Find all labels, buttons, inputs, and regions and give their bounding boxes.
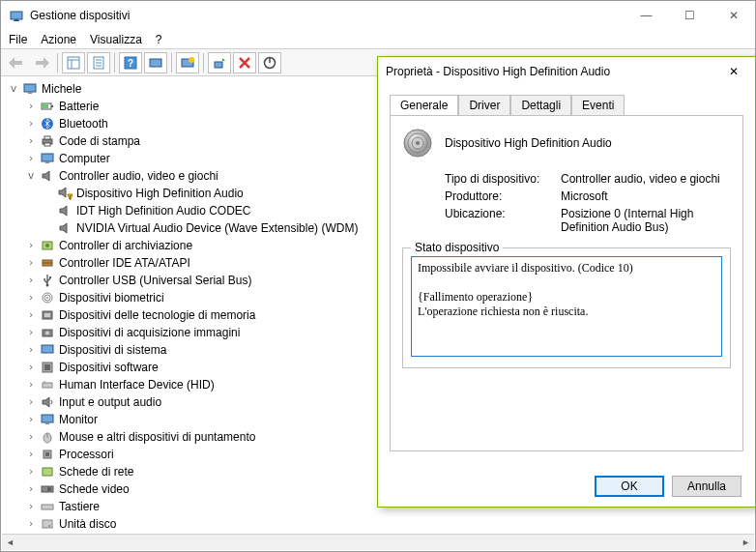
scan-button[interactable] [144,52,167,73]
disable-button[interactable] [233,52,256,73]
svg-rect-15 [215,62,222,68]
svg-point-30 [45,244,49,247]
ubicazione-value: Posizione 0 (Internal High Definition Au… [561,207,731,234]
ubicazione-label: Ubicazione: [445,207,561,234]
svg-rect-54 [43,468,52,476]
scroll-left-button[interactable]: ◄ [2,535,18,550]
horizontal-scrollbar[interactable]: ◄ ► [2,534,754,550]
speaker-icon [57,220,73,236]
svg-rect-40 [44,313,50,317]
update-driver-button[interactable] [176,52,199,73]
scroll-right-button[interactable]: ► [738,535,754,550]
tab-eventi[interactable]: Eventi [571,95,625,116]
status-textbox[interactable] [411,256,722,357]
window-title: Gestione dispositivi [30,9,625,22]
back-button[interactable] [5,52,28,73]
speaker-icon [40,168,55,184]
menubar: File Azione Visualizza ? [1,30,755,49]
tab-generale[interactable]: Generale [390,95,458,116]
svg-rect-43 [42,345,53,353]
minimize-button[interactable]: — [625,1,668,30]
svg-rect-3 [68,57,79,69]
ide-icon [40,255,55,271]
uninstall-button[interactable] [208,52,231,73]
menu-file[interactable]: File [9,33,27,46]
network-icon [40,464,55,479]
printer-icon [40,133,55,149]
tab-dettagli[interactable]: Dettagli [510,95,571,116]
svg-rect-20 [51,105,53,107]
svg-rect-58 [43,520,52,528]
help-button[interactable]: ? [119,52,142,73]
hid-icon [40,377,55,392]
bluetooth-icon [40,116,55,131]
svg-rect-53 [45,452,49,456]
tree-disco[interactable]: ›Unità disco [7,515,755,533]
svg-rect-25 [44,143,50,146]
properties-button[interactable] [87,52,110,73]
device-name: Dispositivo High Definition Audio [445,136,612,150]
ok-button[interactable]: OK [595,476,664,497]
svg-rect-57 [42,505,53,509]
menu-help[interactable]: ? [156,33,162,46]
cpu-icon [40,447,55,462]
produttore-value: Microsoft [561,189,731,203]
svg-rect-24 [44,136,50,139]
software-icon [40,360,55,375]
close-button[interactable]: ✕ [712,1,755,30]
computer-icon [22,81,38,97]
tipo-value: Controller audio, video e giochi [561,172,731,186]
tipo-label: Tipo di dispositivo: [445,172,561,186]
maximize-button[interactable]: ☐ [668,1,712,30]
tab-body: Dispositivo High Definition Audio Tipo d… [390,115,743,451]
forward-button[interactable] [30,52,53,73]
keyboard-icon [40,499,55,514]
svg-rect-0 [11,12,22,19]
disk-icon [40,516,55,532]
dialog-title: Proprietà - Dispositivo High Definition … [386,65,720,78]
svg-rect-45 [44,364,50,370]
speaker-warn-icon: ! [57,186,73,201]
device-large-icon [402,128,433,159]
svg-text:?: ? [128,58,133,69]
svg-point-63 [416,141,420,145]
svg-rect-26 [42,154,53,161]
audio-io-icon [40,394,55,410]
menu-visualizza[interactable]: Visualizza [90,33,142,46]
menu-azione[interactable]: Azione [41,33,76,46]
svg-rect-2 [14,20,19,21]
svg-point-34 [44,278,45,280]
svg-point-14 [189,57,194,63]
svg-point-59 [48,525,50,527]
svg-rect-18 [28,92,32,94]
svg-rect-48 [42,415,53,422]
svg-rect-17 [24,84,36,92]
svg-point-33 [46,284,49,287]
show-hidden-button[interactable] [62,52,85,73]
produttore-label: Produttore: [445,189,561,203]
monitor-icon [40,412,55,427]
fingerprint-icon [40,290,55,305]
tab-driver[interactable]: Driver [458,95,510,116]
usb-icon [40,273,55,288]
svg-rect-12 [150,59,161,67]
svg-rect-21 [43,104,48,108]
dialog-close-button[interactable]: ✕ [720,65,747,78]
properties-dialog: Proprietà - Dispositivo High Definition … [377,56,756,508]
storage-icon [40,238,55,253]
status-legend: Stato dispositivo [411,241,503,254]
svg-rect-35 [49,276,51,278]
devmgr-icon [9,8,24,23]
svg-rect-46 [43,383,52,388]
svg-point-42 [45,332,49,335]
pc-icon [40,151,55,166]
battery-icon [40,99,55,114]
gpu-icon [40,481,55,497]
enable-button[interactable] [258,52,281,73]
cancel-button[interactable]: Annulla [672,476,741,497]
svg-point-38 [46,297,48,299]
dialog-tabs: Generale Driver Dettagli Eventi [378,86,755,115]
svg-rect-49 [45,422,49,424]
system-icon [40,342,55,358]
svg-rect-27 [45,161,49,163]
